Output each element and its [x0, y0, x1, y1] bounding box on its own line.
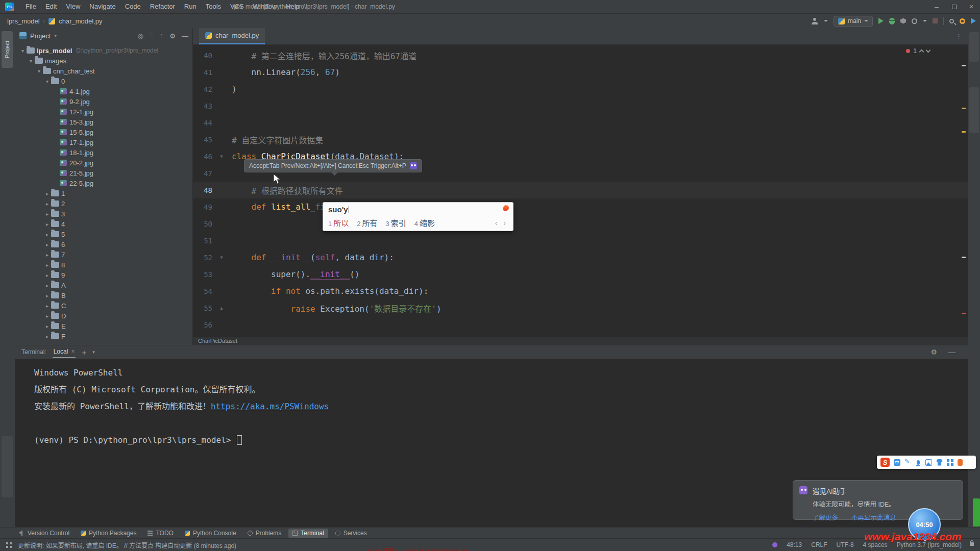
code-line-54[interactable]: 54if not os.path.exists(data_dir):: [193, 283, 968, 299]
tree-item-B[interactable]: ▸B: [15, 290, 192, 300]
sogou-logo-icon[interactable]: S: [880, 458, 890, 467]
error-stripe[interactable]: [961, 47, 967, 335]
status-item-2[interactable]: UTF-8: [837, 541, 854, 548]
toolwindow-version-control[interactable]: Version Control: [15, 529, 74, 538]
fold-marker-icon[interactable]: ▾: [215, 153, 228, 160]
breadcrumb-file[interactable]: char_model.py: [59, 17, 102, 25]
emoji-picture-icon[interactable]: [925, 459, 932, 466]
minimize-button[interactable]: –: [928, 0, 945, 13]
code-line-50[interactable]: 50: [193, 215, 968, 232]
cn-en-toggle-icon[interactable]: 中: [894, 459, 900, 466]
tree-item-12-1.jpg[interactable]: 12-1.jpg: [15, 107, 192, 117]
menu-edit[interactable]: Edit: [41, 0, 61, 13]
terminal-tab-local[interactable]: Local ×: [53, 346, 76, 358]
ide-features-icon[interactable]: [971, 18, 976, 24]
tree-chevron-icon[interactable]: ▸: [44, 272, 51, 278]
next-problem-icon[interactable]: [926, 48, 931, 53]
terminal-output[interactable]: Windows PowerShell版权所有 (C) Microsoft Cor…: [15, 359, 968, 448]
tree-chevron-icon[interactable]: ▸: [44, 293, 51, 298]
code-line-52[interactable]: 52▾def __init__(self, data_dir):: [193, 249, 968, 266]
tree-chevron-icon[interactable]: ▾: [44, 79, 51, 84]
debug-button[interactable]: [889, 18, 895, 24]
tree-chevron-icon[interactable]: ▸: [44, 242, 51, 247]
tree-chevron-icon[interactable]: ▸: [44, 201, 51, 207]
sogou-ime-toolbar[interactable]: S 中: [877, 456, 976, 469]
toolwindow-problems[interactable]: Problems: [243, 529, 286, 538]
coverage-button[interactable]: [900, 18, 906, 24]
tree-item-21-5.jpg[interactable]: 21-5.jpg: [15, 168, 192, 178]
fold-marker-icon[interactable]: ▴: [215, 305, 228, 311]
vcs-commit-message[interactable]: 更新说明: 如果要新布局, 请重启 IDE。 // 方法要点 构建自动更新 (8…: [18, 541, 236, 549]
toolwindow-python-packages[interactable]: Python Packages: [77, 529, 140, 538]
tree-item-0[interactable]: ▾0: [15, 76, 192, 86]
tree-chevron-icon[interactable]: ▾: [36, 68, 42, 74]
project-view-title[interactable]: Project: [30, 32, 51, 40]
new-session-button[interactable]: +: [82, 348, 86, 357]
code-line-44[interactable]: 44: [193, 114, 968, 131]
tree-item-6[interactable]: ▸6: [15, 239, 192, 249]
code-line-56[interactable]: 56: [193, 316, 968, 333]
tree-item-E[interactable]: ▸E: [15, 321, 192, 331]
tree-chevron-icon[interactable]: ▸: [44, 252, 51, 258]
tool-icon-÷[interactable]: ÷: [160, 32, 163, 40]
tree-chevron-icon[interactable]: ▾: [28, 58, 34, 64]
tree-chevron-icon[interactable]: ▸: [44, 262, 51, 268]
menu-file[interactable]: File: [21, 0, 41, 13]
ime-candidate-4[interactable]: 4缩影: [414, 217, 435, 228]
breadcrumb-class[interactable]: CharPicDataset: [198, 338, 237, 344]
tree-item-7[interactable]: ▸7: [15, 249, 192, 260]
project-stripe-tab[interactable]: Project: [2, 31, 13, 68]
close-tab-icon[interactable]: ×: [71, 348, 75, 355]
notification-link-1[interactable]: 了解更多: [813, 512, 838, 522]
user-icon[interactable]: [812, 18, 818, 24]
tree-chevron-icon[interactable]: ▸: [44, 211, 51, 217]
tree-chevron-icon[interactable]: ▸: [44, 221, 51, 227]
tree-item-images[interactable]: ▾images: [15, 56, 192, 66]
tool-windows-icon[interactable]: [6, 542, 12, 548]
right-stripe-tab-1[interactable]: [969, 32, 979, 62]
tree-chevron-icon[interactable]: ▸: [44, 232, 51, 237]
close-button[interactable]: ×: [963, 0, 980, 13]
tree-item-9-2.jpg[interactable]: 9-2.jpg: [15, 96, 192, 107]
settings-wrench-icon[interactable]: [958, 459, 963, 466]
terminal-settings-icon[interactable]: ⚙: [930, 348, 937, 356]
tree-item-lprs_model[interactable]: ▾lprs_modelD:\python_pro\lpr3\lprs_model: [15, 45, 192, 56]
tree-chevron-icon[interactable]: ▸: [44, 334, 51, 339]
inspections-widget[interactable]: 1: [906, 47, 930, 55]
toolwindow-terminal[interactable]: Terminal: [288, 529, 328, 538]
run-button[interactable]: [878, 18, 884, 24]
profiler-button[interactable]: [912, 18, 917, 24]
notification-link-2[interactable]: 不再显示此消息: [851, 512, 896, 522]
tree-chevron-icon[interactable]: ▸: [44, 191, 51, 196]
tree-chevron-icon[interactable]: ▸: [44, 313, 51, 319]
code-line-43[interactable]: 43: [193, 97, 968, 114]
project-view-caret-icon[interactable]: ▾: [54, 33, 57, 38]
tab-options-icon[interactable]: ⋮: [955, 33, 963, 40]
toolwindow-python-console[interactable]: Python Console: [181, 529, 240, 538]
ime-candidate-2[interactable]: 2所有: [357, 217, 377, 228]
ime-candidate-1[interactable]: 1所以: [328, 217, 349, 228]
status-item-1[interactable]: CRLF: [811, 541, 827, 548]
code-line-53[interactable]: 53super().__init__(): [193, 266, 968, 283]
code-line-42[interactable]: 42): [193, 81, 968, 97]
tree-item-22-5.jpg[interactable]: 22-5.jpg: [15, 178, 192, 188]
tree-item-cnn_char_test[interactable]: ▾cnn_char_test: [15, 66, 192, 76]
tree-item-D[interactable]: ▸D: [15, 311, 192, 321]
breadcrumb-project[interactable]: lprs_model: [7, 17, 40, 25]
menu-refactor[interactable]: Refactor: [145, 0, 180, 13]
prev-problem-icon[interactable]: [919, 49, 924, 55]
menu-navigate[interactable]: Navigate: [85, 0, 120, 13]
profiler-dropdown-icon[interactable]: [923, 20, 927, 22]
tree-chevron-icon[interactable]: ▾: [19, 48, 26, 54]
toolwindow-services[interactable]: Services: [331, 529, 371, 538]
right-stripe-tab-2[interactable]: [969, 87, 979, 133]
ime-page-arrows-icon[interactable]: ‹ ›: [495, 219, 508, 227]
search-everywhere-icon[interactable]: [949, 19, 954, 23]
notification-popup[interactable]: 遇见AI助手 体验无限可能，尽情用 IDE。 了解更多 不再显示此消息: [793, 480, 963, 520]
voice-input-icon[interactable]: [917, 460, 920, 465]
structure-stripe-tab[interactable]: [2, 436, 13, 497]
tree-item-15-5.jpg[interactable]: 15-5.jpg: [15, 127, 192, 137]
fold-marker-icon[interactable]: ▾: [215, 254, 228, 261]
tool-icon-ξ[interactable]: Ξ: [150, 32, 154, 40]
tree-item-15-3.jpg[interactable]: 15-3.jpg: [15, 117, 192, 127]
